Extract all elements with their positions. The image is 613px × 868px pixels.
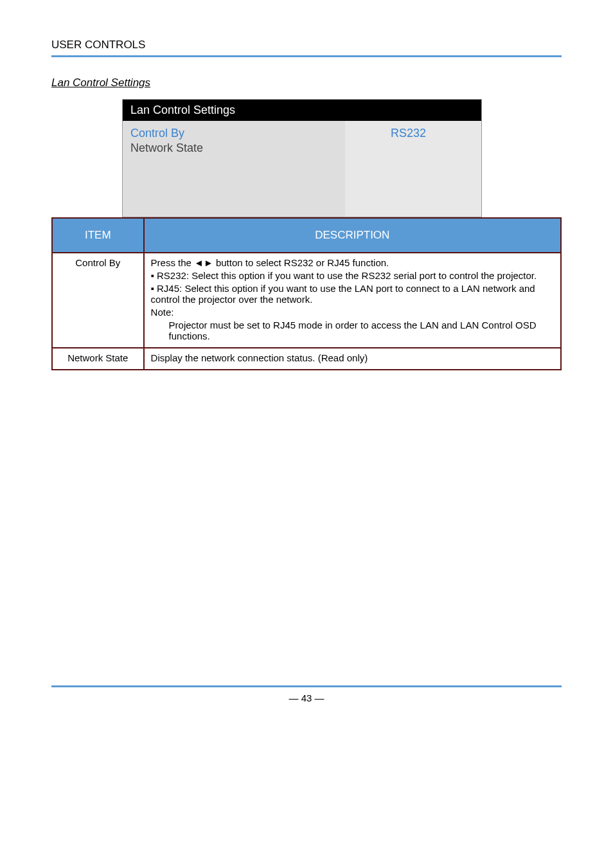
osd-label-control-by: Control By (130, 127, 343, 140)
osd-value-control-by: RS232 (343, 127, 474, 140)
table-cell-item: Network State (52, 348, 144, 370)
table-row: Control By Press the ◄► button to select… (52, 253, 561, 348)
desc-line: Note: (151, 307, 554, 318)
osd-row-network-state[interactable]: Network State (130, 141, 474, 156)
page-number: — 43 — (51, 692, 562, 703)
table-cell-item: Control By (52, 253, 144, 348)
osd-row-control-by[interactable]: Control By RS232 (130, 126, 474, 141)
desc-line: Display the network connection status. (… (151, 352, 554, 363)
osd-panel: Lan Control Settings Control By RS232 Ne… (122, 99, 482, 217)
desc-line-indent: Projector must be set to RJ45 mode in or… (151, 320, 554, 341)
desc-line: ▪ RS232: Select this option if you want … (151, 270, 554, 281)
settings-table: ITEM DESCRIPTION Control By Press the ◄►… (51, 217, 562, 370)
table-header-row: ITEM DESCRIPTION (52, 218, 561, 253)
osd-body: Control By RS232 Network State (123, 121, 481, 217)
header-category: USER CONTROLS (51, 39, 562, 51)
table-header-item: ITEM (52, 218, 144, 253)
desc-line: Press the ◄► button to select RS232 or R… (151, 257, 554, 268)
header-divider (51, 55, 562, 57)
table-row: Network State Display the network connec… (52, 348, 561, 370)
section-title: Lan Control Settings (51, 77, 562, 89)
footer-divider (51, 685, 562, 687)
page-header: USER CONTROLS (51, 39, 562, 57)
osd-label-network-state: Network State (130, 141, 343, 155)
osd-title-bar: Lan Control Settings (123, 100, 481, 121)
table-header-description: DESCRIPTION (144, 218, 561, 253)
table-cell-description: Press the ◄► button to select RS232 or R… (144, 253, 561, 348)
table-cell-description: Display the network connection status. (… (144, 348, 561, 370)
desc-line: ▪ RJ45: Select this option if you want t… (151, 283, 554, 305)
page-footer: — 43 — (51, 685, 562, 703)
